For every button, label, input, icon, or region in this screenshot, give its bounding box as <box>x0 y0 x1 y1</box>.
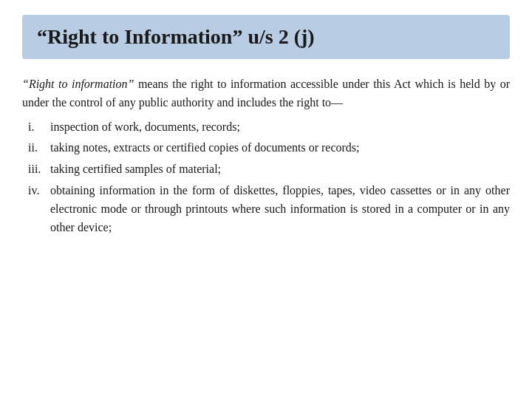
list-content-i: inspection of work, documents, records; <box>50 118 510 137</box>
list-item: iii. taking certified samples of materia… <box>22 160 510 179</box>
list-label-iv: iv. <box>22 182 50 236</box>
list-content-iii: taking certified samples of material; <box>50 160 510 179</box>
list-section: i. inspection of work, documents, record… <box>22 118 510 240</box>
list-item: i. inspection of work, documents, record… <box>22 118 510 137</box>
page-title: “Right to Information” u/s 2 (j) <box>37 25 315 48</box>
list-content-iv: obtaining information in the form of dis… <box>50 182 510 236</box>
list-label-iii: iii. <box>22 160 50 179</box>
list-label-ii: ii. <box>22 139 50 157</box>
list-label-i: i. <box>22 118 50 137</box>
page: “Right to Information” u/s 2 (j) “Right … <box>0 0 532 399</box>
header-box: “Right to Information” u/s 2 (j) <box>22 15 510 59</box>
list-content-ii: taking notes, extracts or certified copi… <box>50 139 510 157</box>
intro-paragraph: “Right to information” means the right t… <box>22 75 510 112</box>
italic-term: “Right to information” <box>22 78 134 90</box>
list-item: ii. taking notes, extracts or certified … <box>22 139 510 157</box>
content-area: “Right to information” means the right t… <box>22 75 510 384</box>
list-item: iv. obtaining information in the form of… <box>22 182 510 236</box>
